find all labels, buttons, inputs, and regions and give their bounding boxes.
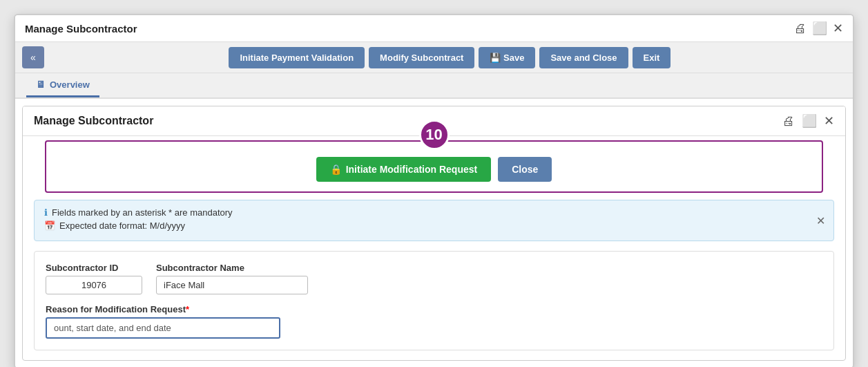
action-bar-wrapper: 10 🔒 Initiate Modification Request Close bbox=[34, 135, 834, 193]
inner-close-button[interactable]: Close bbox=[498, 157, 552, 182]
inner-print-icon[interactable]: 🖨 bbox=[782, 114, 795, 129]
outer-close-icon[interactable]: ✕ bbox=[833, 21, 843, 36]
info-text-2: Expected date format: M/d/yyyy bbox=[59, 220, 185, 231]
form-row-1: Subcontractor ID Subcontractor Name bbox=[46, 263, 822, 294]
step-badge: 10 bbox=[419, 120, 450, 150]
toolbar-buttons: Initiate Payment Validation Modify Subco… bbox=[54, 47, 846, 68]
subcontractor-id-label: Subcontractor ID bbox=[46, 263, 142, 273]
outer-toolbar: « Initiate Payment Validation Modify Sub… bbox=[15, 42, 853, 73]
reason-input[interactable] bbox=[46, 317, 280, 339]
subcontractor-id-group: Subcontractor ID bbox=[46, 263, 142, 294]
form-area: Subcontractor ID Subcontractor Name Reas… bbox=[34, 251, 834, 350]
initiate-payment-button[interactable]: Initiate Payment Validation bbox=[229, 47, 365, 68]
subcontractor-name-label: Subcontractor Name bbox=[156, 263, 308, 273]
monitor-icon: 🖥 bbox=[36, 79, 46, 90]
lock-icon: 🔒 bbox=[330, 164, 342, 175]
overview-tab-label: Overview bbox=[50, 79, 90, 90]
overview-tab[interactable]: 🖥 Overview bbox=[26, 73, 99, 97]
inner-controls: 🖨 ⬜ ✕ bbox=[782, 113, 834, 129]
sidebar-toggle-button[interactable]: « bbox=[22, 46, 44, 68]
subcontractor-id-input[interactable] bbox=[46, 276, 142, 294]
outer-title-bar-controls: 🖨 ⬜ ✕ bbox=[794, 21, 843, 36]
calendar-icon: 📅 bbox=[44, 220, 55, 231]
info-text-1: Fields marked by an asterisk * are manda… bbox=[52, 207, 233, 218]
required-star: * bbox=[186, 304, 189, 314]
exit-button[interactable]: Exit bbox=[633, 47, 671, 68]
reason-label: Reason for Modification Request* bbox=[46, 304, 822, 314]
info-bar: ℹ Fields marked by an asterisk * are man… bbox=[34, 200, 834, 241]
subcontractor-name-input[interactable] bbox=[156, 276, 308, 294]
info-icon: ℹ bbox=[44, 207, 48, 218]
outer-print-icon[interactable]: 🖨 bbox=[794, 21, 807, 36]
info-line-2: 📅 Expected date format: M/d/yyyy bbox=[44, 220, 824, 231]
outer-title-bar: Manage Subcontractor 🖨 ⬜ ✕ bbox=[15, 15, 853, 42]
initiate-mod-label: Initiate Modification Request bbox=[346, 164, 478, 175]
save-close-button[interactable]: Save and Close bbox=[539, 47, 628, 68]
inner-maximize-icon[interactable]: ⬜ bbox=[802, 113, 817, 129]
inner-close-icon[interactable]: ✕ bbox=[824, 113, 834, 129]
subcontractor-name-group: Subcontractor Name bbox=[156, 263, 308, 294]
info-bar-close-button[interactable]: ✕ bbox=[816, 214, 825, 227]
outer-window: Manage Subcontractor 🖨 ⬜ ✕ « Initiate Pa… bbox=[14, 14, 854, 367]
modify-subcontract-button[interactable]: Modify Subcontract bbox=[369, 47, 474, 68]
inner-window-title: Manage Subcontractor bbox=[34, 115, 153, 127]
outer-window-title: Manage Subcontractor bbox=[25, 23, 137, 35]
reason-group: Reason for Modification Request* bbox=[46, 304, 822, 339]
outer-nav: 🖥 Overview bbox=[15, 73, 853, 99]
inner-window: Manage Subcontractor 🖨 ⬜ ✕ 10 🔒 Initiate… bbox=[22, 106, 846, 361]
info-line-1: ℹ Fields marked by an asterisk * are man… bbox=[44, 207, 824, 218]
save-button[interactable]: 💾 Save bbox=[479, 47, 535, 68]
outer-maximize-icon[interactable]: ⬜ bbox=[812, 21, 827, 36]
initiate-modification-button[interactable]: 🔒 Initiate Modification Request bbox=[316, 157, 492, 182]
